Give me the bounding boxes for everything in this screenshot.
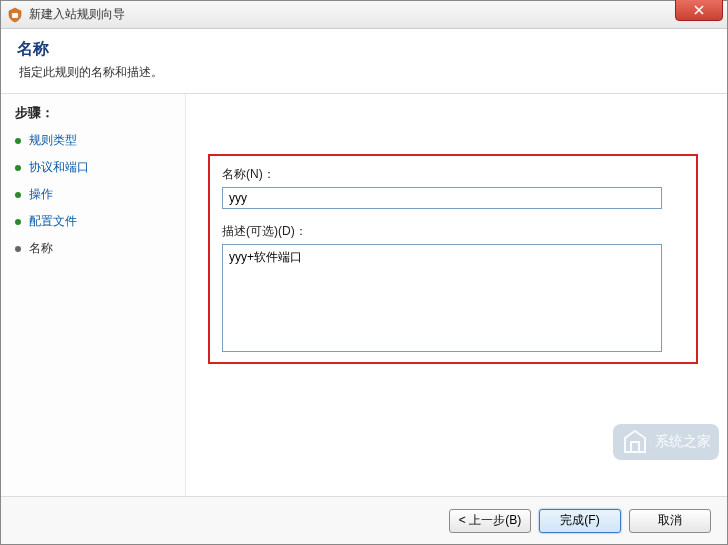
app-icon [7, 7, 23, 23]
svg-rect-1 [631, 442, 639, 452]
bullet-icon [15, 246, 21, 252]
svg-rect-0 [12, 13, 18, 18]
bullet-icon [15, 192, 21, 198]
step-action[interactable]: 操作 [15, 186, 171, 203]
step-label: 配置文件 [29, 213, 77, 230]
cancel-button[interactable]: 取消 [629, 509, 711, 533]
description-label: 描述(可选)(D)： [222, 223, 682, 240]
page-subtitle: 指定此规则的名称和描述。 [19, 64, 711, 81]
step-profile[interactable]: 配置文件 [15, 213, 171, 230]
back-button[interactable]: < 上一步(B) [449, 509, 531, 533]
bullet-icon [15, 165, 21, 171]
step-label: 规则类型 [29, 132, 77, 149]
step-rule-type[interactable]: 规则类型 [15, 132, 171, 149]
watermark: 系统之家 [613, 424, 719, 460]
name-label: 名称(N)： [222, 166, 682, 183]
name-input[interactable] [222, 187, 662, 209]
description-input[interactable] [222, 244, 662, 352]
form-area: 名称(N)： 描述(可选)(D)： [222, 166, 682, 355]
wizard-window: 新建入站规则向导 名称 指定此规则的名称和描述。 步骤： 规则类型 协议和端口 … [0, 0, 728, 545]
step-name[interactable]: 名称 [15, 240, 171, 257]
page-title: 名称 [17, 39, 711, 60]
window-title: 新建入站规则向导 [29, 6, 125, 23]
step-protocol-port[interactable]: 协议和端口 [15, 159, 171, 176]
close-button[interactable] [675, 0, 723, 21]
button-bar: < 上一步(B) 完成(F) 取消 [1, 496, 727, 544]
main-panel: 名称(N)： 描述(可选)(D)： 系统之家 [186, 94, 727, 496]
watermark-text: 系统之家 [655, 433, 711, 451]
step-label: 操作 [29, 186, 53, 203]
close-icon [694, 5, 704, 15]
finish-button[interactable]: 完成(F) [539, 509, 621, 533]
bullet-icon [15, 219, 21, 225]
steps-sidebar: 步骤： 规则类型 协议和端口 操作 配置文件 名称 [1, 94, 186, 496]
watermark-logo-icon [621, 428, 649, 456]
titlebar: 新建入站规则向导 [1, 1, 727, 29]
bullet-icon [15, 138, 21, 144]
steps-heading: 步骤： [15, 104, 171, 122]
step-label: 名称 [29, 240, 53, 257]
step-label: 协议和端口 [29, 159, 89, 176]
wizard-header: 名称 指定此规则的名称和描述。 [1, 29, 727, 94]
wizard-body: 步骤： 规则类型 协议和端口 操作 配置文件 名称 [1, 94, 727, 496]
